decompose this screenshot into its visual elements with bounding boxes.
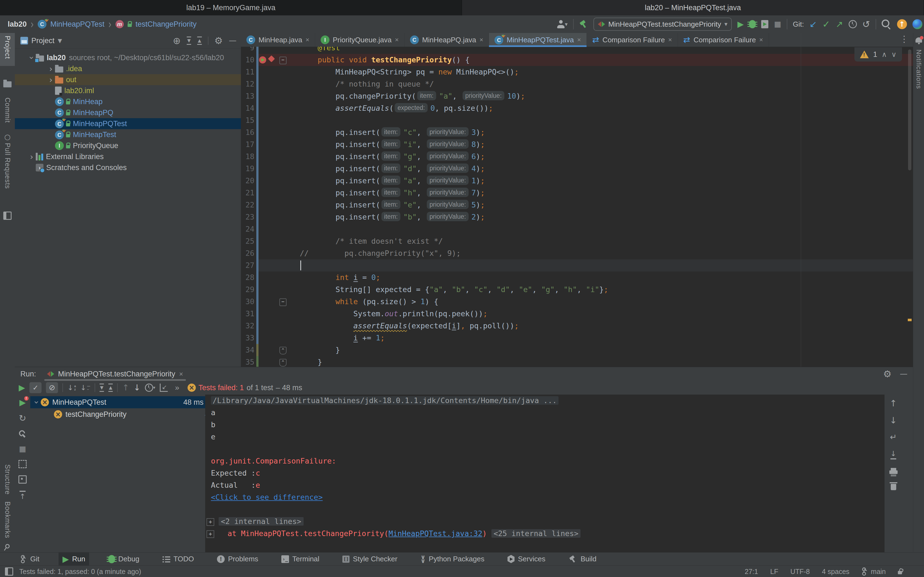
show-passed-icon[interactable]: ✓ xyxy=(29,382,42,393)
status-item-UTF-8[interactable]: UTF-8 xyxy=(790,568,810,575)
tree-item-out[interactable]: ›out xyxy=(15,74,273,85)
close-icon[interactable]: × xyxy=(479,36,483,44)
settings-gear-icon[interactable]: ⚙ xyxy=(215,36,223,45)
search-icon[interactable] xyxy=(882,21,892,27)
fold-marker[interactable]: ⌃ xyxy=(279,347,286,355)
update-available-icon[interactable]: ↑ xyxy=(897,19,907,29)
tree-item-lab20.iml[interactable]: lab20.iml xyxy=(15,85,273,96)
stripe-item-project[interactable]: Project xyxy=(0,36,15,59)
code-line-18[interactable]: 18 pq.insert(item:"g", priorityValue:6); xyxy=(241,151,913,163)
console-line[interactable]: Actual :e xyxy=(205,479,884,491)
settings-gear-icon[interactable]: ⚙ xyxy=(883,369,892,379)
stripe-item-structure[interactable]: Structure xyxy=(0,464,15,495)
toggle-auto-test-icon[interactable]: ↻ xyxy=(19,414,26,422)
inspections-widget[interactable]: 1∧∨ xyxy=(855,47,902,61)
run-console[interactable]: /Library/Java/JavaVirtualMachines/jdk-18… xyxy=(205,395,884,553)
expand-fold-icon[interactable]: + xyxy=(207,518,214,526)
status-item[interactable] xyxy=(898,569,902,574)
tree-item-external libraries[interactable]: ›External Libraries xyxy=(15,151,254,162)
stripe-item[interactable] xyxy=(0,211,15,220)
stripe-item-notifications[interactable]: Notifications xyxy=(913,50,924,89)
code-line-24[interactable]: 24 xyxy=(241,223,913,235)
show-ignored-icon[interactable]: ⊘ xyxy=(46,382,58,393)
console-line[interactable]: /Library/Java/JavaVirtualMachines/jdk-18… xyxy=(205,395,884,407)
print-icon[interactable] xyxy=(889,467,898,474)
console-line[interactable]: + at MinHeapPQTest.testChangePriority(Mi… xyxy=(205,527,884,540)
previous-occurrence-icon[interactable]: ↑ xyxy=(122,384,129,392)
code-line-17[interactable]: 17 pq.insert(item:"i", priorityValue:8); xyxy=(241,139,913,151)
build-hammer-icon[interactable] xyxy=(579,20,588,29)
chevron-more-icon[interactable]: » xyxy=(175,383,179,392)
code-line-20[interactable]: 20 pq.insert(item:"a", priorityValue:1); xyxy=(241,175,913,187)
console-line[interactable] xyxy=(205,503,884,516)
editor-tab[interactable]: ⇄Comparison Failure× xyxy=(587,33,678,47)
sort-alphabetically-icon[interactable]: ↓az xyxy=(67,384,76,392)
stripe-item-commit[interactable]: Commit xyxy=(0,98,15,123)
tree-item-minheappqtest[interactable]: CMinHeapPQTest xyxy=(15,118,273,129)
console-line[interactable]: <Click to see difference> xyxy=(205,491,884,503)
rerun-failed-tests-icon[interactable]: ▶! xyxy=(19,398,26,407)
code-line-34[interactable]: 34⌃ } xyxy=(241,344,913,356)
open-snapshot-icon[interactable] xyxy=(18,460,27,468)
collapse-all-icon[interactable]: ▲ xyxy=(108,384,113,392)
tool-window-button-problems[interactable]: !Problems xyxy=(213,553,262,566)
stripe-item-bookmarks[interactable]: Bookmarks xyxy=(0,501,15,538)
tree-item-minheappq[interactable]: CMinHeapPQ xyxy=(15,107,273,118)
tree-item-minheaptest[interactable]: CMinHeapTest xyxy=(15,129,273,140)
code-with-me-icon[interactable] xyxy=(913,19,922,29)
update-project-icon[interactable]: ↙ xyxy=(809,20,817,29)
code-line-22[interactable]: 22 pq.insert(item:"e", priorityValue:5); xyxy=(241,199,913,211)
chevron-down-icon[interactable]: › xyxy=(32,398,42,406)
code-line-19[interactable]: 19 pq.insert(item:"d", priorityValue:4); xyxy=(241,163,913,175)
close-icon[interactable]: × xyxy=(759,36,763,44)
fold-marker[interactable]: − xyxy=(279,298,286,306)
editor-tab[interactable]: CMinHeapPQ.java× xyxy=(404,33,489,47)
code-area[interactable]: 9 @Test10− public void testChangePriorit… xyxy=(241,47,913,367)
close-icon[interactable]: × xyxy=(179,370,183,378)
expand-all-icon[interactable]: ▼ xyxy=(100,384,104,392)
error-stripe-warning-mark[interactable] xyxy=(908,319,912,321)
notifications-bell[interactable] xyxy=(913,37,924,43)
run-play-icon[interactable]: ▶ xyxy=(737,20,744,28)
rollback-icon[interactable]: ↺ xyxy=(863,19,871,29)
tool-window-button-debug[interactable]: Debug xyxy=(105,553,143,566)
status-item-4-spaces[interactable]: 4 spaces xyxy=(822,568,850,575)
close-icon[interactable]: × xyxy=(395,36,399,44)
push-icon[interactable]: ↗ xyxy=(836,20,843,29)
tool-window-button-build[interactable]: Build xyxy=(565,553,600,566)
up-stack-icon[interactable]: ↑ xyxy=(890,399,897,408)
sort-by-duration-icon[interactable]: ↓—– xyxy=(80,384,90,392)
editor-tab[interactable]: ⇄Comparison Failure× xyxy=(678,33,769,47)
chevron-right-icon[interactable]: › xyxy=(27,152,36,161)
stripe-item-pull-requests[interactable]: Pull Requests xyxy=(0,143,15,189)
code-line-21[interactable]: 21 pq.insert(item:"h", priorityValue:7); xyxy=(241,187,913,199)
run-configuration-select[interactable]: MinHeapPQTest.testChangePriority▾ xyxy=(593,18,732,31)
code-line-16[interactable]: 16 pq.insert(item:"c", priorityValue:3); xyxy=(241,126,913,139)
code-line-9[interactable]: 9 @Test xyxy=(241,47,913,54)
stripe-item[interactable] xyxy=(0,544,15,548)
tree-item-lab20[interactable]: ›lab20sources root, ~/Desktop/cs61bl/su2… xyxy=(15,52,254,63)
tool-window-button-python-packages[interactable]: ∨∨Python Packages xyxy=(417,553,488,566)
fold-marker[interactable]: − xyxy=(279,56,286,64)
stripe-item[interactable] xyxy=(0,80,15,87)
run-tab[interactable]: MinHeapPQTest.testChangePriority× xyxy=(47,367,183,381)
soft-wrap-icon[interactable]: ↵ xyxy=(890,433,897,441)
status-item-LF[interactable]: LF xyxy=(770,568,778,575)
tree-item-.idea[interactable]: ›.idea xyxy=(15,63,273,74)
console-line[interactable]: b xyxy=(205,419,884,431)
close-icon[interactable]: × xyxy=(668,36,672,44)
console-line[interactable]: e xyxy=(205,431,884,443)
run-failed-icon[interactable] xyxy=(259,56,266,63)
down-stack-icon[interactable]: ↓ xyxy=(890,416,897,425)
tool-window-button-todo[interactable]: TODO xyxy=(159,553,198,566)
project-panel-title[interactable]: Project ▼ xyxy=(20,37,62,45)
code-line-23[interactable]: 23 pq.insert(item:"b", priorityValue:2); xyxy=(241,211,913,223)
console-line[interactable]: Expected :c xyxy=(205,467,884,479)
console-line[interactable]: +<2 internal lines> xyxy=(205,516,884,527)
window-tab[interactable]: lab19 – MemoryGame.java xyxy=(0,0,462,15)
close-icon[interactable]: × xyxy=(577,36,581,44)
import-test-results-icon[interactable]: ↙ xyxy=(160,384,168,392)
code-line-10[interactable]: 10− public void testChangePriority() { xyxy=(241,54,913,66)
test-tree-item-testchangepriority[interactable]: ×testChangePriority48 ms xyxy=(30,408,229,421)
code-line-30[interactable]: 30− while (pq.size() > 1) { xyxy=(241,296,913,308)
